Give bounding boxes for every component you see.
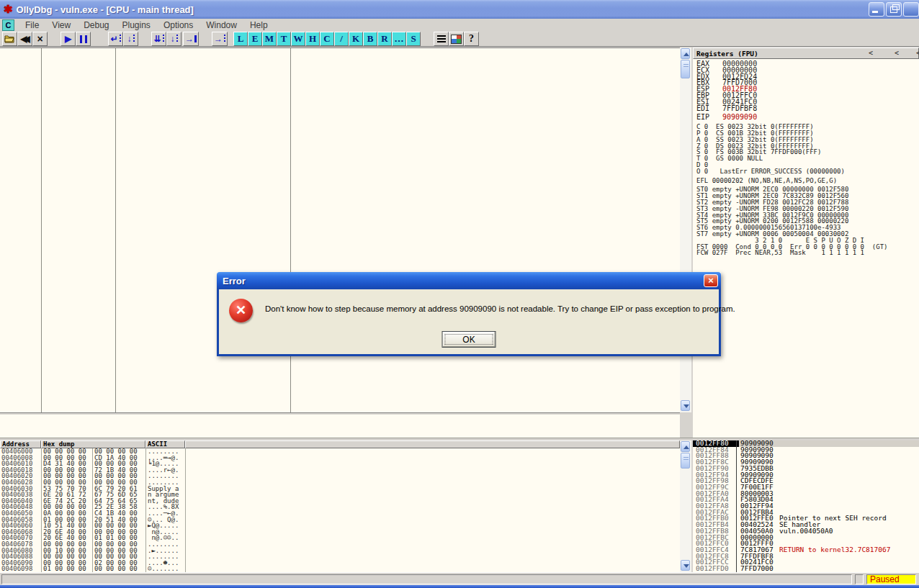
hex-dump-pane[interactable]: Address Hex dump ASCII 00406000 00 00 00… <box>0 440 680 572</box>
pause-button[interactable] <box>76 32 91 46</box>
toolbar-letter-button[interactable]: W <box>291 32 305 46</box>
menu-item[interactable]: View <box>45 19 77 32</box>
toolbar-letter-button[interactable]: C <box>320 32 334 46</box>
scroll-up-button[interactable] <box>681 441 690 452</box>
restore-icon <box>890 6 897 13</box>
windows-grid-icon <box>451 35 462 44</box>
title-bar: ✱ OllyDbg - vuln.exe - [CPU - main threa… <box>0 0 919 19</box>
dialog-close-button[interactable]: × <box>704 274 718 287</box>
collapse-button[interactable]: < <box>895 49 899 57</box>
help-button[interactable]: ? <box>464 32 479 46</box>
disassembly-pane[interactable] <box>0 48 680 412</box>
execute-till-return-icon: → <box>185 34 194 44</box>
toolbar-letter-button[interactable]: S <box>406 32 421 46</box>
close-process-icon: × <box>37 33 42 45</box>
menu-item[interactable]: Window <box>200 19 243 32</box>
pause-icon <box>80 35 87 43</box>
status-badge: Paused <box>866 574 916 584</box>
scroll-down-button[interactable] <box>681 400 690 411</box>
step-over-button[interactable]: ↓ <box>123 32 138 46</box>
status-message-cell <box>1 574 852 584</box>
menu-item[interactable]: Options <box>157 19 200 32</box>
disassembly-scrollbar[interactable] <box>680 48 691 412</box>
restore-button[interactable] <box>886 2 902 17</box>
fpu-row[interactable]: FCW 027F Prec NEAR,53 Mask 1 1 1 1 1 1 <box>696 250 919 256</box>
ok-button[interactable]: OK <box>442 331 496 348</box>
registers-header: Registers (FPU) < < < <box>693 48 919 59</box>
trace-over-icon: ↓ <box>171 34 175 44</box>
menu-bar: C FileViewDebugPluginsOptionsWindowHelp <box>0 19 919 32</box>
dialog-body: ✕ Don't know how to step because memory … <box>217 289 721 356</box>
menu-item[interactable]: Help <box>243 19 274 32</box>
help-icon: ? <box>469 33 474 45</box>
menu-item[interactable]: File <box>19 19 45 32</box>
cpu-window-icon[interactable]: C <box>2 19 14 31</box>
go-to-address-button[interactable]: → <box>212 32 228 46</box>
flag-segment-row[interactable]: T 0 GS 0000 NULL <box>696 155 919 162</box>
registers-title: Registers (FPU) <box>696 50 758 58</box>
close-button[interactable] <box>903 2 919 17</box>
toolbar-letter-button[interactable]: B <box>363 32 377 46</box>
restart-icon: ◀◀ <box>20 34 26 44</box>
minimize-icon <box>872 11 878 13</box>
window-bottom-border <box>0 585 919 588</box>
scroll-thumb[interactable] <box>681 60 690 78</box>
stack-pane[interactable]: 0012FF80 90909090 0012FF84 90909090 0012… <box>693 440 919 572</box>
step-into-icon: ↵ <box>110 34 117 44</box>
error-message: Don't know how to step because memory at… <box>265 304 735 313</box>
error-icon: ✕ <box>229 299 253 322</box>
close-process-button[interactable]: × <box>32 32 48 46</box>
info-pane[interactable] <box>0 415 680 438</box>
toolbar-letter-button[interactable]: L <box>233 32 248 46</box>
execute-till-return-button[interactable]: → <box>183 32 199 46</box>
toolbar-letter-button[interactable]: … <box>392 32 406 46</box>
scroll-up-button[interactable] <box>681 48 690 59</box>
status-bar: Paused <box>0 572 919 585</box>
windows-button[interactable] <box>449 32 464 46</box>
menu-item[interactable]: Plugins <box>116 19 157 32</box>
log-window-button[interactable] <box>434 32 449 46</box>
open-folder-icon <box>4 35 15 43</box>
flag-segment-row[interactable]: O 0 LastErr ERROR_SUCCESS (00000000) <box>696 168 919 175</box>
trace-into-button[interactable]: ⇊ <box>151 32 166 46</box>
dialog-title-bar[interactable]: Error × <box>217 272 721 289</box>
trace-into-icon: ⇊ <box>153 34 161 44</box>
toolbar: ◀◀ × ▶ ↵ ↓ ⇊ ↓ → → LEMTWHC/KBR…S ? <box>0 32 919 47</box>
step-into-button[interactable]: ↵ <box>108 32 123 46</box>
scroll-down-button[interactable] <box>681 560 690 571</box>
scroll-thumb[interactable] <box>681 453 690 469</box>
toolbar-letter-button[interactable]: K <box>349 32 363 46</box>
stack-row[interactable]: 0012FFD0 7FFD7000 <box>693 566 919 572</box>
dump-row[interactable]: 00406098 01 00 00 00 00 00 00 00 ☺......… <box>0 566 680 572</box>
toolbar-letter-button[interactable]: H <box>305 32 320 46</box>
registers-pane[interactable]: EAX00000000ECX00000000EDX0012FD24EBX7FFD… <box>693 59 919 438</box>
list-icon <box>437 35 446 43</box>
run-button[interactable]: ▶ <box>60 32 76 46</box>
minimize-button[interactable] <box>869 2 884 17</box>
toolbar-letter-button[interactable]: T <box>277 32 291 46</box>
menu-item[interactable]: Debug <box>77 19 115 32</box>
toolbar-letter-button[interactable]: / <box>334 32 349 46</box>
toolbar-letter-button[interactable]: E <box>248 32 262 46</box>
ollydbg-app-icon: ✱ <box>4 3 13 16</box>
toolbar-letter-button[interactable]: M <box>262 32 277 46</box>
dialog-title: Error <box>223 276 246 286</box>
window-title: OllyDbg - vuln.exe - [CPU - main thread] <box>17 4 194 15</box>
efl-row[interactable]: EFL 00000202 (NO,NB,NE,A,NS,PO,GE,G) <box>696 178 919 184</box>
dump-scrollbar[interactable] <box>680 440 691 572</box>
collapse-button[interactable]: < <box>869 49 873 57</box>
open-file-button[interactable] <box>2 32 17 46</box>
register-row[interactable]: EDI7FFDFBF8 <box>696 106 919 112</box>
toolbar-letter-button[interactable]: R <box>377 32 392 46</box>
restart-button[interactable]: ◀◀ <box>17 32 32 46</box>
trace-over-button[interactable]: ↓ <box>166 32 181 46</box>
collapse-button[interactable]: < <box>916 49 919 57</box>
go-to-icon: → <box>214 34 223 44</box>
step-over-icon: ↓ <box>127 34 132 44</box>
run-icon: ▶ <box>65 34 71 44</box>
error-dialog: Error × ✕ Don't know how to step because… <box>217 272 721 356</box>
register-row-eip[interactable]: EIP90909090 <box>696 114 919 121</box>
close-x-icon: × <box>708 275 714 286</box>
ollydbg-window: ✱ OllyDbg - vuln.exe - [CPU - main threa… <box>0 0 919 588</box>
